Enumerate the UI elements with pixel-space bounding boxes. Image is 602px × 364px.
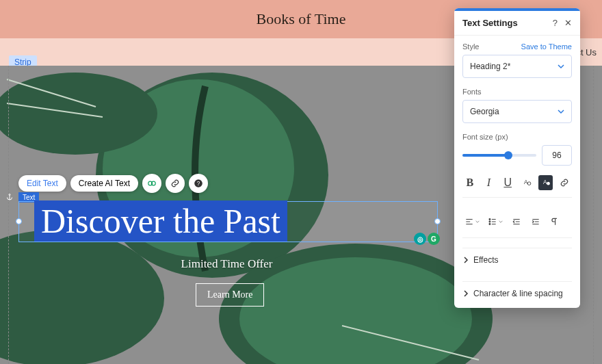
fontsize-label: Font size (px): [462, 133, 572, 141]
format-toolbar: B I U A A: [462, 175, 572, 198]
list-button[interactable]: [486, 214, 505, 229]
svg-point-23: [489, 219, 490, 220]
bold-button[interactable]: B: [462, 175, 477, 190]
effects-section[interactable]: Effects: [462, 248, 572, 272]
svg-point-17: [527, 182, 531, 185]
highlight-button[interactable]: A: [538, 175, 553, 190]
save-to-theme-link[interactable]: Save to Theme: [521, 42, 572, 51]
anchor-icon[interactable]: [5, 192, 14, 200]
panel-title: Text Settings: [462, 18, 518, 28]
chevron-right-icon: [462, 290, 469, 297]
fontsize-slider[interactable]: [462, 147, 536, 164]
text-direction-button[interactable]: [547, 214, 562, 229]
svg-text:A: A: [524, 179, 528, 185]
panel-header: Text Settings ? ✕: [454, 11, 580, 36]
fonts-dropdown[interactable]: Georgia: [462, 100, 572, 123]
style-value: Heading 2*: [470, 62, 510, 71]
italic-button[interactable]: I: [482, 175, 497, 190]
svg-point-14: [9, 194, 10, 196]
style-dropdown[interactable]: Heading 2*: [462, 55, 572, 78]
link-icon[interactable]: [166, 174, 185, 193]
grammarly-icon[interactable]: G: [428, 233, 440, 245]
chevron-down-icon: [558, 108, 564, 115]
underline-button[interactable]: U: [500, 175, 515, 190]
svg-text:?: ?: [197, 181, 200, 187]
grammarly-badges: ◎ G: [414, 233, 440, 245]
svg-point-25: [489, 221, 490, 222]
site-title: Books of Time: [257, 10, 346, 28]
paragraph-toolbar: [462, 207, 572, 238]
panel-help-icon[interactable]: ?: [553, 18, 558, 28]
fonts-field: Fonts Georgia: [462, 88, 572, 123]
spacing-label: Character & line spacing: [473, 289, 563, 298]
svg-text:A: A: [542, 179, 547, 185]
animation-icon[interactable]: [142, 174, 161, 193]
create-ai-text-button[interactable]: Create AI Text: [70, 175, 138, 192]
text-color-button[interactable]: A: [519, 175, 534, 190]
edit-text-button[interactable]: Edit Text: [18, 175, 66, 192]
fonts-value: Georgia: [470, 107, 499, 116]
resize-handle-right[interactable]: [434, 218, 441, 224]
indent-decrease-button[interactable]: [509, 214, 524, 229]
style-field: Style Save to Theme Heading 2*: [462, 42, 572, 78]
link-button[interactable]: [557, 175, 572, 190]
badge-icon[interactable]: ◎: [414, 233, 426, 245]
indent-increase-button[interactable]: [528, 214, 543, 229]
resize-handle-left[interactable]: [16, 218, 22, 224]
help-icon[interactable]: ?: [189, 174, 208, 193]
hero-headline[interactable]: Discover the Past: [34, 200, 287, 242]
text-settings-panel: Text Settings ? ✕ Style Save to Theme He…: [454, 8, 580, 308]
chevron-right-icon: [462, 257, 469, 263]
svg-point-19: [547, 182, 550, 185]
fontsize-input[interactable]: 96: [542, 145, 572, 166]
fontsize-field: Font size (px) 96: [462, 133, 572, 166]
style-label: Style: [462, 42, 479, 51]
learn-more-button[interactable]: Learn More: [196, 283, 264, 307]
editor-canvas: Books of Time Contact Us Strip Edit Text…: [0, 0, 602, 364]
text-mini-toolbar: Edit Text Create AI Text ?: [18, 174, 208, 193]
spacing-section[interactable]: Character & line spacing: [462, 281, 572, 301]
chevron-down-icon: [558, 63, 564, 70]
panel-close-icon[interactable]: ✕: [564, 18, 572, 28]
align-button[interactable]: [462, 214, 482, 229]
effects-label: Effects: [473, 255, 498, 265]
hero-subtitle[interactable]: Limited Time Offer: [0, 257, 454, 271]
fonts-label: Fonts: [462, 88, 572, 96]
svg-point-27: [489, 224, 490, 225]
